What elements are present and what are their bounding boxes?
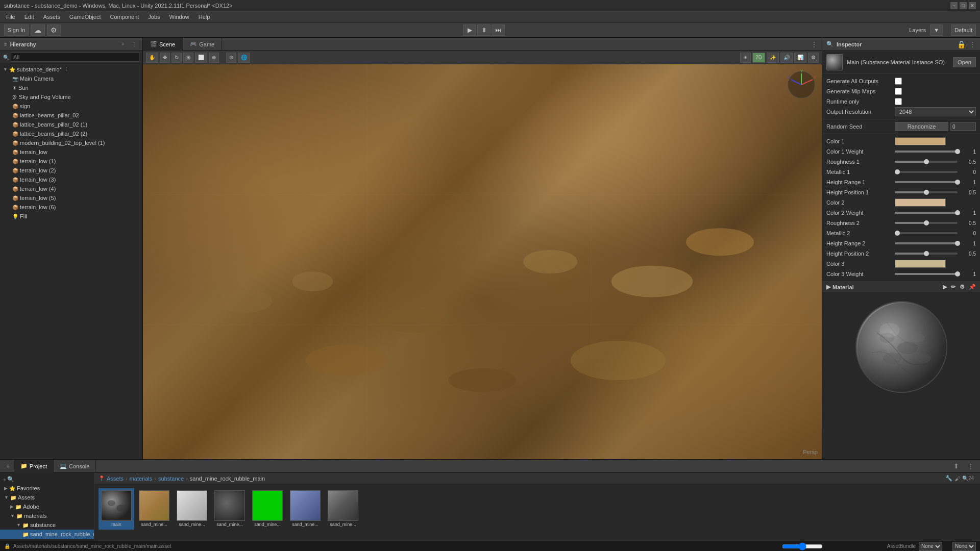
asset-item[interactable]: sand_mine...	[136, 488, 172, 530]
close-button[interactable]: ✕	[969, 2, 976, 9]
menu-file[interactable]: File	[2, 13, 19, 21]
height-range1-track[interactable]	[895, 181, 958, 183]
gizmos-button[interactable]: ⚙	[808, 53, 819, 63]
layout-dropdown[interactable]: Default	[951, 24, 976, 36]
minimize-button[interactable]: −	[950, 2, 958, 9]
view-menu-button[interactable]: ⋮	[806, 40, 822, 48]
project-add-button[interactable]: +	[3, 477, 6, 483]
hierarchy-item[interactable]: ☀ Sun	[0, 83, 142, 92]
roughness1-track[interactable]	[895, 161, 958, 163]
hand-tool[interactable]: ✋	[146, 53, 158, 63]
menu-gameobject[interactable]: GameObject	[65, 13, 105, 21]
cloud-button[interactable]: ☁	[31, 24, 45, 36]
project-brush-button[interactable]: 🖌	[954, 475, 960, 482]
generate-mip-maps-checkbox[interactable]	[895, 88, 902, 95]
menu-help[interactable]: Help	[194, 13, 214, 21]
scene-tab[interactable]: 🎬 Scene	[143, 38, 183, 51]
assets-item[interactable]: ▼ 📁 Assets	[0, 493, 94, 502]
none-dropdown[interactable]: None	[952, 542, 976, 551]
runtime-only-checkbox[interactable]	[895, 98, 902, 105]
material-pin-icon[interactable]: 📌	[969, 284, 976, 290]
hierarchy-menu-button[interactable]: ⋮	[130, 40, 138, 48]
color2-weight-track[interactable]	[895, 212, 958, 214]
console-tab[interactable]: 💻 Console	[54, 460, 96, 473]
metallic2-track[interactable]	[895, 232, 958, 234]
asset-item[interactable]: sand_mine...	[287, 488, 323, 530]
menu-assets[interactable]: Assets	[39, 13, 64, 21]
hierarchy-item[interactable]: 🌫 Sky and Fog Volume	[0, 92, 142, 102]
material-edit-icon[interactable]: ✏	[951, 284, 955, 290]
stats-button[interactable]: 📊	[794, 53, 806, 63]
bottom-menu-button[interactable]: ⋮	[963, 462, 978, 470]
randomize-button[interactable]: Randomize	[895, 122, 948, 131]
hierarchy-item[interactable]: 📦 terrain_low (3)	[0, 175, 142, 184]
hierarchy-item[interactable]: 📦 sign	[0, 102, 142, 111]
metallic1-track[interactable]	[895, 171, 958, 173]
material-play-icon[interactable]: ▶	[943, 284, 947, 290]
hierarchy-item[interactable]: 📦 lattice_beams_pillar_02 (2)	[0, 129, 142, 138]
hierarchy-item[interactable]: 📦 lattice_beams_pillar_02 (1)	[0, 120, 142, 129]
open-button[interactable]: Open	[953, 57, 976, 67]
maximize-button[interactable]: □	[960, 2, 967, 9]
random-seed-input[interactable]	[950, 122, 976, 131]
pivot-toggle[interactable]: ⊙	[226, 53, 236, 63]
height-pos2-track[interactable]	[895, 253, 958, 255]
color1-swatch[interactable]	[895, 137, 946, 145]
asset-item[interactable]: sand_mine...	[212, 488, 248, 530]
hierarchy-item[interactable]: 📦 terrain_low	[0, 147, 142, 157]
color2-swatch[interactable]	[895, 198, 946, 207]
sign-in-button[interactable]: Sign In	[4, 24, 29, 36]
roughness2-track[interactable]	[895, 222, 958, 224]
breadcrumb-materials[interactable]: materials	[130, 475, 153, 482]
hierarchy-item[interactable]: 📦 terrain_low (4)	[0, 184, 142, 193]
fx-button[interactable]: ✨	[767, 53, 779, 63]
hierarchy-add-button[interactable]: +	[119, 40, 127, 48]
transform-tool[interactable]: ⊕	[209, 53, 219, 63]
pause-button[interactable]: ⏸	[477, 24, 491, 36]
unity-button[interactable]: ⚙	[47, 24, 61, 36]
2d-button[interactable]: 2D	[752, 53, 765, 63]
color3-weight-track[interactable]	[895, 273, 958, 275]
rect-tool[interactable]: ⬜	[195, 53, 207, 63]
asset-item[interactable]: sand_mine...	[174, 488, 210, 530]
game-tab[interactable]: 🎮 Game	[183, 38, 222, 51]
adobe-item[interactable]: ▶ 📁 Adobe	[0, 502, 94, 511]
material-settings-icon[interactable]: ⚙	[960, 284, 965, 290]
hierarchy-item[interactable]: 📦 terrain_low (6)	[0, 203, 142, 212]
scale-tool[interactable]: ⊞	[183, 53, 193, 63]
bottom-maximize-button[interactable]: ⬆	[949, 462, 963, 470]
menu-edit[interactable]: Edit	[20, 13, 38, 21]
play-button[interactable]: ▶	[463, 24, 476, 36]
breadcrumb-folder[interactable]: sand_mine_rock_rubble_main	[190, 475, 265, 482]
menu-window[interactable]: Window	[165, 13, 193, 21]
project-search-button[interactable]: 🔍	[7, 476, 14, 483]
status-range-slider[interactable]	[782, 542, 823, 550]
hierarchy-item[interactable]: 📦 terrain_low (2)	[0, 166, 142, 175]
project-tools-button[interactable]: 🔧	[945, 475, 952, 482]
color1-weight-track[interactable]	[895, 151, 958, 153]
hierarchy-item[interactable]: 📦 terrain_low (1)	[0, 157, 142, 166]
menu-component[interactable]: Component	[106, 13, 143, 21]
rotate-tool[interactable]: ↻	[172, 53, 182, 63]
hierarchy-item[interactable]: 📦 lattice_beams_pillar_02	[0, 111, 142, 120]
favorites-item[interactable]: ▶ ⭐ Favorites	[0, 484, 94, 493]
scene-gizmo[interactable]: X Y Z	[786, 69, 817, 100]
bottom-add-button[interactable]: +	[2, 462, 14, 470]
inspector-lock-button[interactable]: 🔒	[957, 40, 966, 48]
generate-all-outputs-checkbox[interactable]	[895, 78, 902, 85]
sand-mine-item[interactable]: 📁 sand_mine_rock_rubble_main	[0, 530, 94, 539]
hierarchy-item[interactable]: 💡 Fill	[0, 212, 142, 221]
step-button[interactable]: ⏭	[492, 24, 505, 36]
breadcrumb-assets[interactable]: Assets	[107, 475, 124, 482]
output-resolution-dropdown[interactable]: 2048	[895, 107, 976, 116]
asset-item[interactable]: sand_mine...	[250, 488, 285, 530]
hierarchy-search-input[interactable]	[11, 53, 139, 62]
menu-jobs[interactable]: Jobs	[144, 13, 164, 21]
audio-button[interactable]: 🔊	[780, 53, 793, 63]
hierarchy-item[interactable]: 📦 modern_building_02_top_level (1)	[0, 138, 142, 147]
inspector-menu-button[interactable]: ⋮	[969, 40, 976, 48]
layers-dropdown[interactable]: ▼	[930, 24, 943, 36]
height-range2-track[interactable]	[895, 242, 958, 244]
asset-bundle-dropdown[interactable]: None	[919, 542, 942, 551]
breadcrumb-substance[interactable]: substance	[158, 475, 184, 482]
